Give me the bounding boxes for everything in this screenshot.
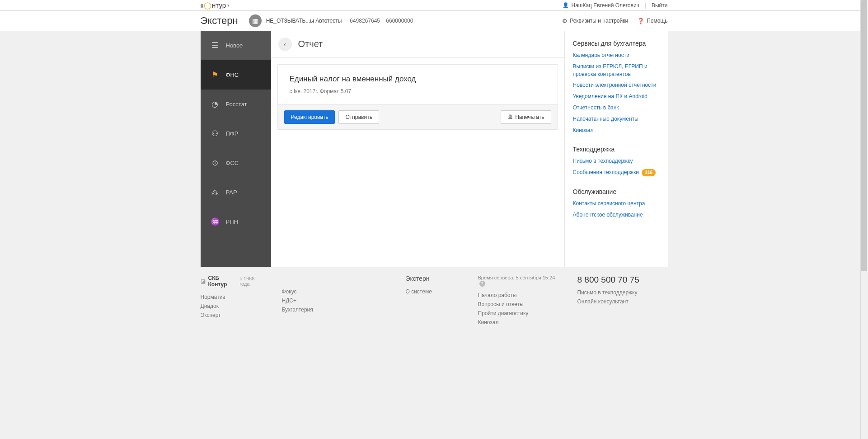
footer-link[interactable]: О системе [406,288,460,295]
footer-link[interactable]: Вопросы и ответы [478,301,559,307]
server-time: Время сервера: 5 сентября 15:24 ? [478,275,559,287]
circle-icon: ⊙ [211,158,220,168]
right-column: Сервисы для бухгалтера Календарь отчетно… [565,31,668,267]
report-card: Единый налог на вмененный доход с Iкв. 2… [277,64,558,130]
right-link-label: Сообщения техподдержки [573,169,639,175]
help-link[interactable]: ❓ Помощь [637,18,667,24]
print-icon: 🖶 [507,114,513,120]
right-link[interactable]: Абонентское обслуживание [573,211,660,219]
send-button[interactable]: Отправить [338,110,379,124]
sidebar-item-new[interactable]: ☰ Новое [201,31,271,60]
right-link[interactable]: Календарь отчетности [573,52,660,59]
org-codes: 6498267645 – 660000000 [350,18,413,24]
footer-link[interactable]: Онлайн консультант [577,298,650,305]
brand-logo[interactable]: к ◯ нтур ▾ [201,1,230,9]
header-row: Экстерн ▦ НЕ_ОТЗЫВАТЬ...ы Автотесты 6498… [0,11,868,31]
sidebar-item-fss[interactable]: ⊙ ФСС [201,148,271,178]
sidebar-item-label: Новое [226,42,243,49]
footer-since: с 1988 года [239,276,263,287]
sidebar: ☰ Новое ⚑ ФНС ◔ Росстат ⚇ ПФР ⊙ ФСС ⁂ РА… [201,31,271,267]
sidebar-item-label: Росстат [226,101,247,108]
sidebar-item-label: РПН [226,218,238,225]
report-subtitle: с Iкв. 2017г. Формат 5.07 [290,88,546,94]
right-link[interactable]: Письмо в техподдержку [573,157,660,165]
user-icon: 👤 [563,2,569,8]
gear-icon: ⚙ [562,18,568,24]
right-section-title: Обслуживание [573,188,660,195]
sidebar-item-label: РАР [226,189,237,196]
sidebar-item-label: ПФР [226,130,239,137]
back-button[interactable]: ‹ [278,38,292,51]
sidebar-item-pfr[interactable]: ⚇ ПФР [201,119,271,148]
org-name[interactable]: НЕ_ОТЗЫВАТЬ...ы Автотесты [266,18,342,24]
footer-head: Экстерн [406,275,460,282]
sidebar-item-rar[interactable]: ⁂ РАР [201,178,271,207]
footer-link[interactable]: Пройти диагностику [478,310,559,316]
org-badge-icon[interactable]: ▦ [249,14,262,27]
footer: ◪ СКБ Контур с 1988 года Норматив Диадок… [201,267,668,346]
footer-link[interactable]: Фокус [282,288,345,295]
help-icon[interactable]: ? [479,281,485,287]
scrollbar[interactable] [860,0,868,346]
right-section-title: Техподдержка [573,146,660,153]
scrollbar-thumb[interactable] [861,0,867,271]
footer-link[interactable]: Начало работы [478,292,559,298]
logout-link[interactable]: Выйти [652,2,668,9]
chevron-left-icon: ‹ [284,40,286,48]
sidebar-item-rpn[interactable]: ♒ РПН [201,207,271,236]
page-title: Отчет [298,39,323,49]
edit-button[interactable]: Редактировать [284,110,335,124]
footer-link[interactable]: Кинозал [478,319,559,326]
user-name-link[interactable]: НашКац Евгений Олегович [571,2,639,9]
right-link[interactable]: Новости электронной отчетности [573,81,660,89]
report-title: Единый налог на вмененный доход [290,75,546,84]
right-link[interactable]: Выписки из ЕГРЮЛ, ЕГРИП и проверка контр… [573,63,660,78]
top-bar: к ◯ нтур ▾ 👤 НашКац Евгений Олегович | В… [0,0,868,11]
user-block: 👤 НашКац Евгений Олегович | Выйти [563,2,667,9]
right-link-support-msgs[interactable]: Сообщения техподдержки 116 [573,169,660,176]
footer-link[interactable]: Диадок [201,303,264,309]
footer-brand: СКБ Контур [208,275,237,288]
brand-prefix: к [201,1,204,9]
footer-link[interactable]: Письмо в техподдержку [577,289,650,296]
settings-label: Реквизиты и настройки [570,18,628,24]
right-link[interactable]: Напечатанные документы [573,115,660,123]
right-link[interactable]: Отчетность в банк [573,104,660,112]
brand-suffix: нтур [212,1,226,9]
footer-logo-icon: ◪ [201,278,206,284]
pie-icon: ◔ [211,99,220,109]
content-column: ‹ Отчет Единый налог на вмененный доход … [271,31,565,267]
right-link[interactable]: Контакты сервисного центра [573,200,660,208]
footer-phone: 8 800 500 70 75 [577,275,650,285]
right-link[interactable]: Уведомления на ПК и Android [573,93,660,100]
footer-link[interactable]: Эксперт [201,312,264,318]
help-icon: ❓ [637,18,644,24]
factory-icon: ♒ [211,217,220,227]
footer-link[interactable]: Бухгалтерия [282,307,345,313]
chevron-down-icon: ▾ [227,3,230,8]
sidebar-item-label: ФНС [226,71,239,78]
right-section-title: Сервисы для бухгалтера [573,40,660,47]
people-icon: ⚇ [211,129,220,138]
print-button[interactable]: 🖶 Напечатать [501,110,551,124]
right-link[interactable]: Кинозал [573,127,660,134]
help-label: Помощь [647,18,667,24]
footer-link[interactable]: Норматив [201,294,264,300]
grapes-icon: ⁂ [211,188,220,197]
flag-icon: ⚑ [211,70,220,80]
badge-count: 116 [642,169,656,176]
sidebar-item-label: ФСС [226,160,239,166]
settings-link[interactable]: ⚙ Реквизиты и настройки [562,18,628,24]
print-label: Напечатать [515,114,544,120]
app-title: Экстерн [201,15,238,27]
separator: | [645,2,646,9]
sidebar-item-fns[interactable]: ⚑ ФНС [201,60,271,90]
list-icon: ☰ [211,41,220,50]
footer-link[interactable]: НДС+ [282,297,345,304]
sidebar-item-rosstat[interactable]: ◔ Росстат [201,90,271,119]
cloud-icon: ◯ [204,1,211,9]
